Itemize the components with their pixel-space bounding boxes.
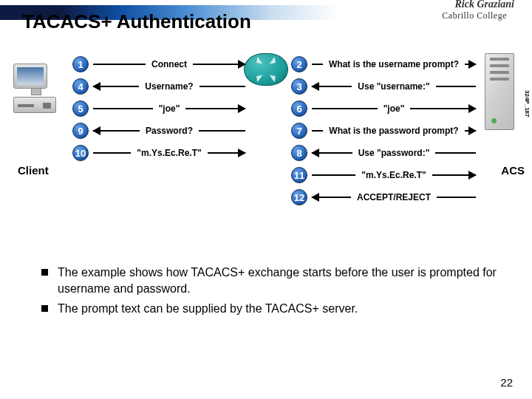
flow-step-1: 1Connect	[72, 55, 245, 74]
arrow-head-left-icon	[93, 130, 140, 132]
arrow-head-right-icon	[432, 174, 476, 176]
page-number: 22	[500, 376, 513, 389]
client-label: Client	[18, 164, 49, 177]
bullet-item: The prompt text can be supplied by the T…	[41, 301, 497, 317]
acs-server-icon	[485, 53, 514, 130]
step-label: ACCEPT/REJECT	[357, 192, 431, 202]
step-label: Use "username:"	[358, 81, 429, 92]
arrow-shaft	[436, 86, 476, 87]
step-label: "joe"	[159, 103, 180, 114]
step-badge: 2	[291, 56, 307, 72]
flow-step-12: 12ACCEPT/REJECT	[291, 188, 476, 207]
step-label: What is the password prompt?	[329, 126, 458, 136]
arrow-shaft	[312, 130, 323, 132]
arrow-shaft	[200, 86, 245, 87]
arrow-shaft	[435, 152, 476, 154]
client-computer-icon	[13, 64, 59, 113]
step-label: "joe"	[383, 103, 405, 114]
flow-step-11: 11"m.Ys.Ec.Re.T"	[291, 166, 476, 185]
flow-step-3: 3Use "username:"	[291, 77, 476, 96]
step-badge: 10	[72, 145, 89, 161]
arrow-shaft	[93, 64, 146, 65]
flow-step-8: 8Use "password:"	[291, 143, 476, 163]
college-name: Cabrillo College	[442, 10, 507, 21]
author-name: Rick Graziani	[454, 0, 514, 10]
bullet-item: The example shows how TACACS+ exchange s…	[41, 265, 497, 296]
arrow-shaft	[312, 174, 355, 176]
step-label: What is the username prompt?	[329, 59, 459, 69]
arrow-head-right-icon	[465, 130, 476, 132]
arrow-shaft	[93, 152, 131, 154]
arrow-head-left-icon	[312, 197, 351, 198]
page-title: TACACS+ Authentication	[22, 10, 251, 33]
step-badge: 1	[72, 56, 89, 72]
arrow-head-right-icon	[465, 64, 476, 65]
arrow-head-right-icon	[410, 108, 476, 109]
flow-step-5: 5"joe"	[72, 99, 245, 118]
flow-step-9: 9Password?	[72, 121, 245, 140]
step-badge: 11	[291, 167, 307, 183]
acs-label: ACS	[501, 164, 525, 177]
arrow-head-left-icon	[93, 86, 139, 87]
step-label: Use "password:"	[358, 148, 430, 158]
step-label: Password?	[146, 126, 193, 136]
flow-step-7: 7What is the password prompt?	[291, 121, 476, 140]
step-label: Username?	[145, 81, 193, 92]
diagram-area: Client ACS 324P_187 1Connect4Username?5"…	[0, 49, 532, 233]
flow-step-2: 2What is the username prompt?	[291, 55, 476, 74]
flow-step-10: 10"m.Ys.Ec.Re.T"	[72, 143, 245, 163]
arrow-shaft	[93, 108, 153, 109]
arrow-head-left-icon	[312, 86, 352, 87]
step-badge: 8	[291, 145, 307, 161]
step-badge: 12	[291, 189, 307, 205]
arrow-shaft	[199, 130, 245, 132]
flow-step-6: 6"joe"	[291, 99, 476, 118]
step-badge: 4	[72, 78, 89, 95]
arrow-shaft	[312, 64, 323, 65]
step-badge: 9	[72, 123, 89, 139]
step-badge: 5	[72, 100, 89, 117]
router-icon	[244, 53, 288, 86]
flow-step-4: 4Username?	[72, 77, 245, 96]
step-label: "m.Ys.Ec.Re.T"	[137, 148, 201, 158]
arrow-shaft	[437, 197, 476, 198]
arrow-head-right-icon	[193, 64, 245, 65]
step-badge: 7	[291, 123, 307, 139]
step-badge: 6	[291, 100, 307, 117]
arrow-head-right-icon	[185, 108, 245, 109]
arrow-shaft	[312, 108, 378, 109]
step-label: Connect	[151, 59, 187, 69]
bullet-list: The example shows how TACACS+ exchange s…	[41, 265, 497, 321]
arrow-head-left-icon	[312, 152, 352, 154]
step-badge: 3	[291, 78, 307, 95]
step-label: "m.Ys.Ec.Re.T"	[361, 170, 426, 180]
figure-id: 324P_187	[524, 90, 531, 117]
arrow-head-right-icon	[208, 152, 245, 154]
